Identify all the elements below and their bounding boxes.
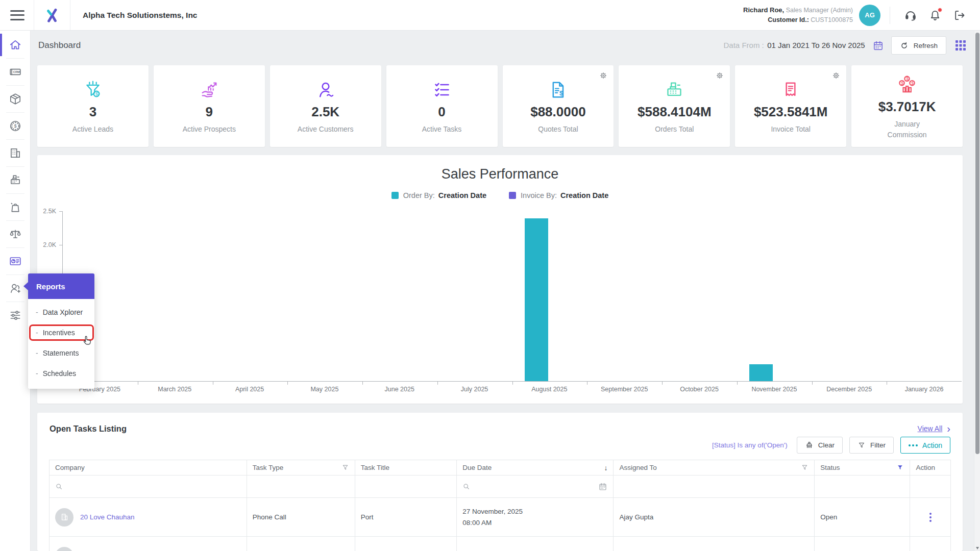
prospects-hand-chart-icon: [199, 78, 219, 100]
sidebar-item-organization[interactable]: [0, 140, 31, 166]
legend-order[interactable]: Order By: Creation Date: [391, 191, 486, 199]
sliders-icon: [9, 309, 22, 322]
chart-bar[interactable]: [525, 218, 548, 381]
kpi-label: Active Prospects: [179, 124, 240, 134]
chart-slot: [812, 212, 887, 381]
date-range-label: Data From :: [724, 41, 764, 49]
chart-title: Sales Performance: [37, 155, 963, 182]
kpi-card-active-customers[interactable]: 2.5K Active Customers: [270, 65, 381, 147]
column-header-due-date[interactable]: Due Date ↓: [457, 460, 614, 475]
hamburger-menu-icon[interactable]: [10, 10, 24, 20]
sidebar-item-sales-register[interactable]: [0, 167, 31, 193]
legend-swatch-order: [391, 192, 399, 199]
date-range-picker-icon[interactable]: [872, 40, 884, 52]
kpi-label: Active Tasks: [411, 124, 473, 134]
x-axis-label: January 2026: [887, 386, 962, 393]
scrollbar-thumb[interactable]: [975, 33, 979, 454]
task-type-filter-cell[interactable]: [247, 475, 355, 498]
sidebar-item-legal[interactable]: [0, 221, 31, 247]
flyout-item-schedules[interactable]: Schedules: [28, 363, 94, 384]
notifications-bell-icon[interactable]: [928, 9, 942, 22]
assigned-to-filter-cell[interactable]: [614, 475, 815, 498]
due-date-search-input[interactable]: [475, 483, 598, 490]
kpi-card-active-leads[interactable]: $ 3 Active Leads: [37, 65, 149, 147]
row-action-menu-icon[interactable]: [916, 513, 945, 522]
column-header-status[interactable]: Status: [815, 460, 910, 475]
kpi-value: 2.5K: [311, 104, 339, 120]
column-header-task-title[interactable]: Task Title: [355, 460, 457, 475]
page-title: Dashboard: [38, 40, 81, 51]
avatar[interactable]: AG: [859, 5, 880, 26]
cash-register-icon: [9, 173, 22, 187]
card-settings-gear-icon[interactable]: [831, 70, 841, 81]
x-axis-label: June 2025: [362, 386, 437, 393]
kpi-card-orders-total[interactable]: $588.4104M Orders Total: [619, 65, 730, 147]
sidebar-item-reports[interactable]: [0, 248, 31, 274]
card-settings-gear-icon[interactable]: [598, 70, 608, 81]
chart-slot: [587, 212, 662, 381]
kpi-card-invoice-total[interactable]: $523.5841M Invoice Total: [735, 65, 846, 147]
calendar-icon[interactable]: [598, 482, 607, 491]
invoice-receipt-icon: [780, 78, 801, 100]
home-icon: [9, 38, 22, 52]
svg-text:$: $: [901, 81, 903, 86]
svg-text:$: $: [14, 123, 16, 129]
divider: [890, 7, 890, 24]
x-axis-label: October 2025: [662, 386, 737, 393]
flyout-item-incentives[interactable]: Incentives: [28, 322, 94, 343]
sidebar-item-inventory[interactable]: [0, 86, 31, 112]
view-all-link[interactable]: View All ›: [918, 423, 950, 434]
status-filter-cell[interactable]: [815, 475, 910, 498]
filter-funnel-icon: [857, 441, 866, 449]
chart-bar[interactable]: [749, 364, 773, 381]
refresh-button[interactable]: Refresh: [891, 36, 946, 55]
kpi-value: 9: [206, 104, 213, 120]
sidebar-item-purchases[interactable]: [0, 194, 31, 220]
task-row: 20 Love Chauhan Phone Call Port 27 Novem…: [50, 498, 951, 537]
sales-performance-chart: Sales Performance Order By: Creation Dat…: [37, 155, 963, 404]
chevron-right-icon: ›: [947, 423, 950, 434]
sidebar-item-payments[interactable]: $: [0, 113, 31, 139]
kpi-label: Active Customers: [295, 124, 356, 134]
support-headset-icon[interactable]: [904, 9, 917, 22]
sort-descending-icon: ↓: [604, 464, 607, 472]
sidebar-item-preferences[interactable]: [0, 302, 31, 329]
notification-dot: [938, 8, 942, 12]
y-axis-tick: 2.0K: [59, 245, 63, 245]
currency-coin-icon: $: [9, 119, 22, 133]
x-axis-label: November 2025: [737, 386, 812, 393]
task-row: 19 NOCs Phone Call DEV 26 November, 2025…: [50, 537, 951, 551]
kpi-card-active-tasks[interactable]: 0 Active Tasks: [386, 65, 498, 147]
action-button[interactable]: Action: [900, 437, 950, 454]
card-settings-gear-icon[interactable]: [715, 70, 725, 81]
column-header-company[interactable]: Company: [50, 460, 247, 475]
legend-invoice[interactable]: Invoice By: Creation Date: [509, 191, 608, 199]
filter-button[interactable]: Filter: [849, 437, 894, 454]
column-header-task-type[interactable]: Task Type: [247, 460, 355, 475]
clear-button[interactable]: Clear: [797, 437, 843, 454]
tasks-table: Company Task Type Task Title Due Date ↓ …: [49, 460, 951, 551]
shopping-bag-icon: [9, 201, 22, 214]
column-header-assigned-to[interactable]: Assigned To: [614, 460, 815, 475]
app-logo[interactable]: [34, 8, 70, 23]
sidebar-item-home[interactable]: [0, 32, 31, 58]
logout-icon[interactable]: [953, 9, 966, 22]
due-time: 08:00 AM: [462, 517, 607, 529]
company-link[interactable]: 20 Love Chauhan: [80, 513, 135, 521]
flyout-item-statements[interactable]: Statements: [28, 343, 94, 363]
add-user-icon: [9, 282, 22, 295]
widget-grid-icon[interactable]: [955, 40, 966, 51]
kpi-card-active-prospects[interactable]: 9 Active Prospects: [154, 65, 265, 147]
flyout-item-data-xplorer[interactable]: Data Xplorer: [28, 302, 94, 322]
column-header-action: Action: [910, 460, 951, 475]
flyout-title: Reports: [28, 273, 94, 299]
chart-slot: [213, 212, 288, 381]
scrollbar-down-arrow[interactable]: [976, 547, 979, 549]
kpi-card-quotes-total[interactable]: $ $88.0000 Quotes Total: [503, 65, 614, 147]
task-title-search-input[interactable]: [365, 483, 455, 490]
sidebar-item-crm[interactable]: CRM: [0, 59, 31, 85]
due-date: 27 November, 2025: [462, 506, 607, 517]
dashboard-toolbar: Dashboard Data From : 01 Jan 2021 To 26 …: [31, 31, 974, 60]
kpi-card-january-commission[interactable]: $ $ $ $3.7017K January Commission: [851, 65, 963, 147]
company-search-input[interactable]: [67, 483, 241, 490]
